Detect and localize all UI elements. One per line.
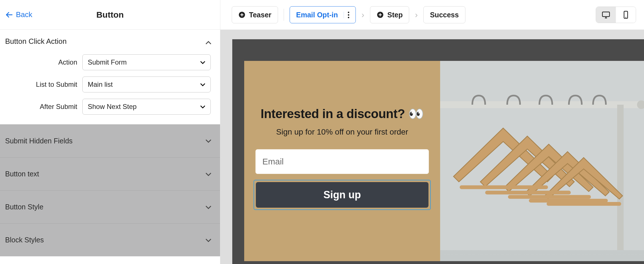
field-action: Action Submit Form bbox=[5, 54, 215, 70]
select-value: Submit Form bbox=[88, 58, 127, 66]
section-button-style[interactable]: Button Style bbox=[0, 190, 220, 223]
desktop-icon bbox=[602, 11, 610, 19]
panel-header: Back Button bbox=[0, 0, 220, 30]
select-after-submit[interactable]: Show Next Step bbox=[82, 99, 211, 115]
chevron-down-icon bbox=[199, 103, 206, 110]
plus-circle-icon bbox=[238, 11, 246, 18]
section-button-click-action[interactable]: Button Click Action Action Submit Form L… bbox=[0, 30, 220, 124]
chevron-down-icon bbox=[199, 81, 206, 88]
select-value: Show Next Step bbox=[88, 103, 137, 111]
popup-subhead: Sign up for 10% off on your first order bbox=[276, 127, 408, 137]
section-label: Button Style bbox=[5, 203, 43, 211]
editor-main: Teaser Email Opt-in › Step › Success bbox=[220, 0, 644, 264]
section-label: Block Styles bbox=[5, 236, 44, 244]
panel-title: Button bbox=[96, 10, 124, 20]
back-button[interactable]: Back bbox=[5, 10, 32, 19]
svg-rect-15 bbox=[440, 101, 644, 108]
step-teaser[interactable]: Teaser bbox=[232, 6, 278, 23]
step-label: Step bbox=[387, 11, 403, 19]
section-button-text[interactable]: Button text bbox=[0, 157, 220, 190]
chevron-right-icon: › bbox=[415, 10, 418, 20]
settings-panel: Back Button Button Click Action Action S… bbox=[0, 0, 220, 264]
select-list[interactable]: Main list bbox=[82, 77, 211, 92]
plus-circle-icon bbox=[377, 11, 384, 18]
section-label: Button text bbox=[5, 170, 39, 178]
signup-button[interactable]: Sign up bbox=[256, 182, 428, 208]
chevron-right-icon: › bbox=[361, 10, 364, 20]
field-list-to-submit: List to Submit Main list bbox=[5, 77, 215, 92]
hanger-rack-illustration bbox=[440, 61, 644, 250]
field-label: List to Submit bbox=[5, 81, 82, 88]
step-label: Success bbox=[430, 11, 459, 19]
section-block-styles[interactable]: Block Styles bbox=[0, 223, 220, 256]
chevron-down-icon bbox=[204, 170, 213, 178]
field-label: After Submit bbox=[5, 103, 82, 111]
step-breadcrumb: Teaser Email Opt-in › Step › Success bbox=[232, 6, 465, 23]
device-desktop-button[interactable] bbox=[596, 7, 616, 23]
svg-rect-7 bbox=[603, 12, 610, 16]
step-label: Email Opt-in bbox=[296, 11, 338, 19]
step-email-optin[interactable]: Email Opt-in bbox=[290, 6, 356, 23]
chevron-down-icon bbox=[199, 59, 206, 66]
device-toggle bbox=[596, 7, 636, 23]
arrow-left-icon bbox=[5, 11, 13, 19]
chevron-down-icon bbox=[204, 137, 213, 145]
collapsed-sections: Submit Hidden Fields Button text Button … bbox=[0, 124, 220, 264]
field-after-submit: After Submit Show Next Step bbox=[5, 99, 215, 115]
svg-rect-17 bbox=[617, 105, 624, 250]
preview-canvas: Interested in a discount? 👀 Sign up for … bbox=[220, 30, 644, 264]
email-input[interactable] bbox=[255, 149, 429, 174]
field-label: Action bbox=[5, 58, 82, 66]
step-step[interactable]: Step bbox=[370, 6, 409, 23]
popup-preview: Interested in a discount? 👀 Sign up for … bbox=[244, 61, 644, 261]
kebab-icon[interactable] bbox=[344, 12, 349, 18]
chevron-down-icon bbox=[204, 236, 213, 244]
popup-headline: Interested in a discount? 👀 bbox=[261, 106, 424, 121]
section-submit-hidden-fields[interactable]: Submit Hidden Fields bbox=[0, 124, 220, 157]
popup-side-image[interactable]: Side Image bbox=[440, 61, 644, 261]
section-title: Button Click Action bbox=[5, 37, 215, 46]
popup-form-side: Interested in a discount? 👀 Sign up for … bbox=[244, 61, 440, 261]
section-label: Submit Hidden Fields bbox=[5, 137, 73, 145]
select-value: Main list bbox=[88, 81, 113, 88]
signup-button-selection: Sign up bbox=[254, 180, 431, 210]
select-action[interactable]: Submit Form bbox=[82, 54, 211, 70]
topbar: Teaser Email Opt-in › Step › Success bbox=[220, 0, 644, 30]
mobile-icon bbox=[622, 11, 630, 19]
step-success[interactable]: Success bbox=[423, 6, 465, 23]
device-mobile-button[interactable] bbox=[616, 7, 636, 23]
step-label: Teaser bbox=[249, 11, 271, 19]
chevron-up-icon bbox=[204, 39, 213, 48]
separator bbox=[284, 9, 284, 21]
chevron-down-icon bbox=[204, 203, 213, 211]
back-label: Back bbox=[16, 10, 32, 19]
